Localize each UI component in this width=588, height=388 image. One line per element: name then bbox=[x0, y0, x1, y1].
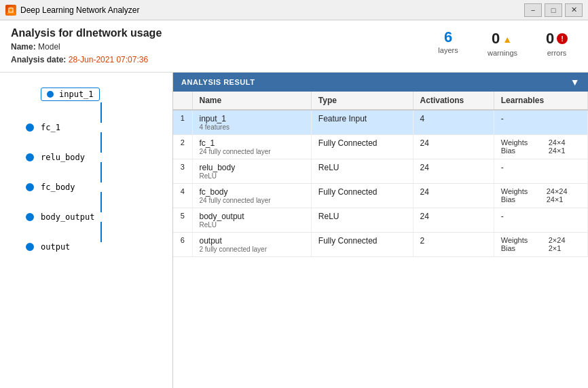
node-label-6: output bbox=[41, 242, 70, 252]
header: Analysis for dlnetwork usage Name: Model… bbox=[0, 20, 588, 73]
row-6-type: Fully Connected bbox=[311, 233, 413, 257]
table-row[interactable]: 6 output 2 fully connected layer Fully C… bbox=[173, 233, 588, 257]
col-name: Name bbox=[192, 92, 311, 110]
errors-label: errors bbox=[547, 49, 567, 57]
row-5-type: ReLU bbox=[311, 208, 413, 233]
name-label: Name: bbox=[11, 42, 36, 52]
row-4-name: fc_body 24 fully connected layer bbox=[192, 184, 311, 208]
row-6-name: output 2 fully connected layer bbox=[192, 233, 311, 257]
window-controls: − □ ✕ bbox=[524, 3, 583, 17]
node-2-group: fc_1 bbox=[0, 123, 172, 153]
errors-count: 0 bbox=[546, 30, 554, 47]
analysis-result-header: ANALYSIS RESULT ▼ bbox=[173, 73, 588, 92]
warning-triangle-icon bbox=[502, 34, 513, 43]
row-3-name: relu_body ReLU bbox=[192, 159, 311, 184]
connector-4-5 bbox=[100, 192, 102, 212]
row-2-type: Fully Connected bbox=[311, 135, 413, 159]
table-row[interactable]: 5 body_output ReLU ReLU 24 - bbox=[173, 208, 588, 233]
stat-errors: 0 ! errors bbox=[536, 30, 577, 57]
error-circle-icon: ! bbox=[557, 33, 568, 44]
table-row[interactable]: 1 input_1 4 features Feature Input 4 - bbox=[173, 110, 588, 135]
date-value: 28-Jun-2021 07:07:36 bbox=[69, 55, 148, 64]
warnings-icon-row: 0 bbox=[492, 30, 513, 47]
row-1-num: 1 bbox=[173, 110, 192, 135]
stat-warnings: 0 warnings bbox=[482, 30, 523, 57]
row-6-activations: 2 bbox=[413, 233, 494, 257]
row-3-activations: 24 bbox=[413, 159, 494, 184]
node-dot-5 bbox=[26, 213, 34, 221]
svg-marker-0 bbox=[7, 6, 15, 14]
network-diagram-panel: input_1 fc_1 bbox=[0, 73, 173, 388]
node-label-3: relu_body bbox=[41, 153, 85, 162]
header-left: Analysis for dlnetwork usage Name: Model… bbox=[11, 27, 162, 66]
col-type: Type bbox=[311, 92, 413, 110]
title-bar: Deep Learning Network Analyzer − □ ✕ bbox=[0, 0, 588, 20]
errors-icon-row: 0 ! bbox=[546, 30, 568, 47]
table-row[interactable]: 3 relu_body ReLU ReLU 24 - bbox=[173, 159, 588, 184]
connector-5-6 bbox=[100, 222, 102, 242]
row-1-name: input_1 4 features bbox=[192, 110, 311, 135]
node-input1-selected[interactable]: input_1 bbox=[0, 86, 172, 102]
col-num bbox=[173, 92, 192, 110]
row-5-name: body_output ReLU bbox=[192, 208, 311, 233]
row-5-learnables: - bbox=[494, 208, 587, 233]
row-2-name: fc_1 24 fully connected layer bbox=[192, 135, 311, 159]
layers-count: 6 bbox=[444, 30, 452, 45]
main-content: Analysis for dlnetwork usage Name: Model… bbox=[0, 20, 588, 388]
row-3-learnables: - bbox=[494, 159, 587, 184]
node-input1-box: input_1 bbox=[41, 88, 100, 101]
node-1-group: input_1 bbox=[0, 86, 172, 123]
node-label-1: input_1 bbox=[59, 90, 94, 99]
warnings-label: warnings bbox=[488, 49, 517, 57]
row-6-num: 6 bbox=[173, 233, 192, 257]
stat-layers: 6 layers bbox=[428, 30, 468, 54]
header-stats: 6 layers 0 warnings 0 ! errors bbox=[428, 27, 577, 57]
result-table: Name Type Activations Learnables 1 input… bbox=[173, 92, 588, 257]
connector-3-4 bbox=[100, 162, 102, 182]
node-label-2: fc_1 bbox=[41, 123, 60, 132]
row-3-type: ReLU bbox=[311, 159, 413, 184]
row-1-type: Feature Input bbox=[311, 110, 413, 135]
node-label-5: body_output bbox=[41, 212, 94, 222]
row-5-num: 5 bbox=[173, 208, 192, 233]
node-4-group: fc_body bbox=[0, 182, 172, 212]
analysis-result-panel: ANALYSIS RESULT ▼ Name Type Activations … bbox=[173, 73, 588, 388]
restore-button[interactable]: □ bbox=[545, 3, 562, 17]
row-4-activations: 24 bbox=[413, 184, 494, 208]
connector-1-2 bbox=[100, 102, 102, 123]
node-dot-3 bbox=[26, 153, 34, 161]
date-label: Analysis date: bbox=[11, 55, 66, 64]
body: input_1 fc_1 bbox=[0, 73, 588, 388]
row-3-num: 3 bbox=[173, 159, 192, 184]
app-title: Deep Learning Network Analyzer bbox=[20, 5, 524, 15]
node-label-4: fc_body bbox=[41, 182, 75, 192]
warnings-count: 0 bbox=[492, 30, 500, 47]
row-5-activations: 24 bbox=[413, 208, 494, 233]
col-learnables: Learnables bbox=[494, 92, 587, 110]
node-dot-2 bbox=[26, 123, 34, 132]
layers-label: layers bbox=[438, 46, 458, 54]
name-value: Model bbox=[38, 42, 60, 52]
network-diagram: input_1 fc_1 bbox=[0, 79, 172, 258]
analysis-result-title: ANALYSIS RESULT bbox=[181, 78, 255, 86]
page-title: Analysis for dlnetwork usage bbox=[11, 27, 162, 39]
row-6-learnables: Weights2×24 Bias2×1 bbox=[494, 233, 587, 257]
node-dot-4 bbox=[26, 183, 34, 191]
table-row[interactable]: 2 fc_1 24 fully connected layer Fully Co… bbox=[173, 135, 588, 159]
row-1-activations: 4 bbox=[413, 110, 494, 135]
analysis-header-arrow-icon[interactable]: ▼ bbox=[570, 77, 580, 88]
model-name-row: Name: Model bbox=[11, 41, 162, 54]
close-button[interactable]: ✕ bbox=[565, 3, 583, 17]
minimize-button[interactable]: − bbox=[524, 3, 542, 17]
row-2-num: 2 bbox=[173, 135, 192, 159]
node-dot-6 bbox=[26, 243, 34, 251]
node-6-group: output bbox=[0, 242, 172, 252]
row-4-num: 4 bbox=[173, 184, 192, 208]
row-4-type: Fully Connected bbox=[311, 184, 413, 208]
row-2-activations: 24 bbox=[413, 135, 494, 159]
row-4-learnables: Weights24×24 Bias24×1 bbox=[494, 184, 587, 208]
table-header-row: Name Type Activations Learnables bbox=[173, 92, 588, 110]
node-dot-1 bbox=[47, 91, 54, 98]
table-row[interactable]: 4 fc_body 24 fully connected layer Fully… bbox=[173, 184, 588, 208]
analysis-date-row: Analysis date: 28-Jun-2021 07:07:36 bbox=[11, 54, 162, 66]
